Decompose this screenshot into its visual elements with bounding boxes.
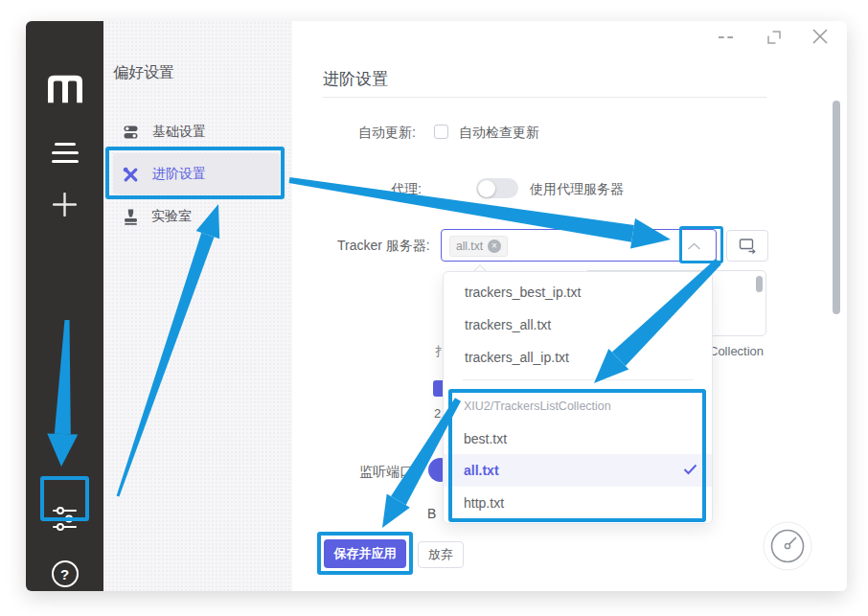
main-scrollbar-thumb[interactable] (833, 101, 840, 314)
dropdown-option[interactable]: trackers_all.txt (445, 308, 713, 340)
sync-icon (739, 238, 757, 254)
selected-option-label: all.txt (464, 463, 499, 478)
discard-button[interactable]: 放弃 (418, 541, 464, 568)
close-button[interactable] (811, 28, 829, 49)
help-icon[interactable]: ? (26, 560, 103, 587)
chevron-up-icon[interactable] (687, 242, 701, 250)
dropdown-divider (463, 379, 693, 380)
dropdown-group-label: XIU2/TrackersListCollection (464, 399, 611, 413)
tracker-label: Tracker 服务器: (337, 238, 430, 255)
save-apply-button[interactable]: 保存并应用 (324, 539, 406, 568)
tag-close-icon[interactable]: × (488, 240, 501, 253)
proxy-switch-label: 使用代理服务器 (530, 181, 624, 198)
minimize-button[interactable] (719, 36, 733, 38)
maximize-button[interactable] (766, 30, 782, 49)
speed-gauge-button[interactable] (763, 521, 812, 575)
app-window: ? 偏好设置 基础设置 进阶设置 实验室 (0, 0, 868, 616)
check-icon (683, 464, 697, 475)
menu-item-label: 基础设置 (152, 124, 206, 141)
page-title: 进阶设置 (323, 68, 388, 90)
basic-settings-icon (123, 125, 139, 140)
preferences-title: 偏好设置 (113, 63, 174, 83)
collection-link-fragment[interactable]: Collection (709, 344, 764, 358)
dropdown-option[interactable]: best.txt (444, 422, 712, 454)
sidebar-item-lab[interactable]: 实验室 (124, 207, 192, 226)
motrix-logo-icon (26, 75, 103, 103)
listen-port-label: 监听端口 (359, 464, 413, 481)
gauge-icon (763, 521, 812, 571)
dropdown-option[interactable]: trackers_best_ip.txt (445, 276, 713, 308)
proxy-label: 代理: (391, 181, 422, 198)
dropdown-option[interactable]: http.txt (444, 487, 712, 518)
add-task-icon[interactable] (26, 193, 103, 217)
auto-update-label: 自动更新: (358, 125, 416, 142)
toggle-knob (478, 180, 495, 197)
help-glyph: ? (52, 560, 79, 587)
title-divider (323, 97, 766, 98)
tracker-tag: all.txt × (449, 236, 508, 257)
advanced-settings-icon (123, 167, 139, 183)
tracker-select-input[interactable]: all.txt × (441, 229, 717, 262)
hidden-port-text-fragment: B (427, 506, 442, 521)
dropdown-option-selected[interactable]: all.txt (444, 454, 712, 487)
sidebar-item-basic-settings[interactable]: 基础设置 (123, 123, 206, 142)
textarea-scrollbar-thumb[interactable] (756, 276, 763, 292)
proxy-toggle[interactable] (476, 178, 518, 198)
menu-item-label: 进阶设置 (152, 166, 206, 183)
sidebar-item-advanced-settings[interactable]: 进阶设置 (123, 165, 206, 184)
menu-item-label: 实验室 (151, 208, 192, 225)
auto-update-checkbox-label: 自动检查更新 (459, 125, 539, 142)
task-list-icon[interactable] (26, 143, 103, 163)
sync-trackers-button[interactable] (726, 230, 768, 262)
preferences-sliders-icon[interactable] (26, 507, 103, 531)
tracker-tag-label: all.txt (456, 240, 483, 253)
dropdown-option[interactable]: trackers_all_ip.txt (445, 341, 713, 373)
motrix-m-glyph (48, 75, 82, 103)
lab-icon (124, 209, 138, 225)
auto-update-checkbox[interactable] (434, 125, 448, 139)
sidebar: ? (26, 21, 103, 591)
preferences-panel (103, 21, 292, 591)
